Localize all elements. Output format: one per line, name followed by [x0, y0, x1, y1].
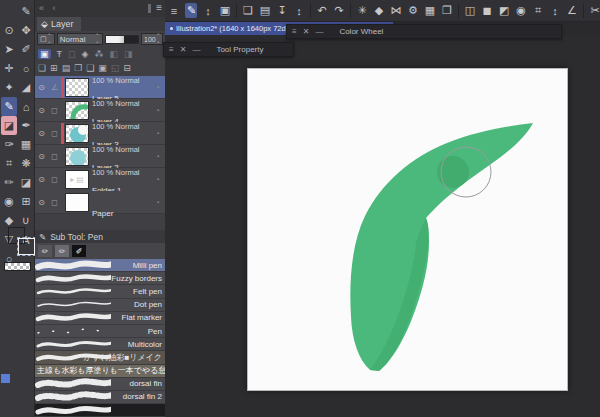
eyedropper-tool[interactable]: ◢ — [18, 78, 34, 97]
erase-selection-icon[interactable]: ◆ — [373, 4, 385, 17]
subtool-group-3-icon[interactable]: ✐ — [72, 245, 86, 257]
subtool-group-1-icon[interactable]: ✏ — [38, 245, 52, 257]
minimize-icon[interactable]: — — [192, 45, 200, 54]
save-spinner-icon[interactable]: ↕ — [293, 5, 305, 17]
layer-check-icon[interactable]: ◻ — [48, 198, 61, 207]
subtool-item[interactable]: Dot pen — [35, 299, 165, 312]
frame-tool[interactable]: ⌂ — [18, 97, 34, 116]
open-file-icon[interactable]: ▤ — [259, 4, 271, 17]
visibility-eye-icon[interactable]: ⊙ — [35, 83, 48, 92]
layer-check-icon[interactable]: ◻ — [48, 152, 61, 161]
snap-icon[interactable]: ▦ — [424, 4, 436, 17]
layer-check-icon[interactable]: ◻ — [48, 175, 61, 184]
workspace-chip-icon[interactable] — [1, 374, 10, 383]
zoom-tool[interactable]: ⊙ — [1, 21, 17, 40]
minimize-icon[interactable]: — — [315, 27, 323, 36]
mesh-tool[interactable]: ⌗ — [1, 154, 17, 173]
deselect-icon[interactable]: ✳ — [356, 4, 368, 17]
lock-layer-icon[interactable]: ◈ — [82, 49, 89, 59]
panel-scrollbar-handle[interactable] — [148, 4, 151, 13]
cut-icon[interactable]: ✂ — [589, 4, 600, 17]
blend-combine-chip[interactable]: ▢⌃⌄ — [37, 33, 55, 45]
opacity-value-stepper[interactable]: 100⌃⌄ — [141, 33, 163, 45]
subtool-item[interactable]: dorsal fin — [35, 378, 165, 391]
panel-menu-icon[interactable]: ≡ — [169, 45, 174, 54]
pencil-tool[interactable]: ✏ — [1, 173, 17, 192]
spacer[interactable] — [1, 2, 17, 21]
visibility-eye-icon[interactable]: ⊙ — [35, 106, 48, 115]
subtool-item[interactable]: Fuzzy borders — [35, 272, 165, 285]
pen-tool-icon[interactable]: ✎ — [185, 3, 197, 18]
panel-collapse-icon[interactable]: « ‹ — [39, 3, 59, 13]
close-icon[interactable]: ✕ — [303, 27, 310, 36]
toolbar-icon[interactable] — [310, 4, 311, 18]
blend-tool[interactable]: ◉ — [1, 192, 17, 211]
transparent-color-swatch[interactable] — [4, 262, 31, 271]
folder-expand-icon[interactable]: ▸ — [70, 175, 74, 184]
subtool-item[interactable]: Pen — [35, 325, 165, 338]
toolbar-icon[interactable] — [458, 4, 459, 18]
panel-menu-icon[interactable]: ≡ — [292, 27, 297, 36]
subtool-group-2-icon[interactable]: ✏ — [55, 245, 69, 257]
canvas[interactable] — [247, 68, 568, 391]
subtool-item[interactable] — [35, 404, 165, 417]
move-tool[interactable]: ✛ — [1, 59, 17, 78]
decoration-tool[interactable]: ◪ — [1, 116, 17, 135]
airbrush-tool[interactable]: ❋ — [18, 154, 34, 173]
subtool-item[interactable]: Felt pen — [35, 285, 165, 298]
layer-check-icon[interactable]: ◻ — [48, 129, 61, 138]
grid-tool[interactable]: ⊞ — [18, 192, 34, 211]
new-vector-layer-icon[interactable]: ⊞ — [50, 63, 58, 73]
pattern-tool[interactable]: ▦ — [18, 135, 34, 154]
material-icon[interactable]: ◉ — [515, 4, 527, 17]
settings-icon[interactable]: ⚙ — [407, 4, 419, 17]
blend-mode-dropdown[interactable]: Normal⌃⌄ — [57, 33, 103, 45]
clip-below-icon[interactable]: Ŧ — [57, 49, 63, 59]
ruler-layer-icon[interactable]: ◨ — [124, 49, 133, 59]
redo-icon[interactable]: ↷ — [333, 4, 345, 17]
Paper[interactable]: ⊙ ◻ ▸▤ Paper — [35, 191, 165, 214]
toolbar-icon[interactable] — [350, 4, 351, 18]
tab-layer[interactable]: ⬙ Layer — [37, 17, 81, 31]
toolbar-icon[interactable] — [236, 4, 237, 18]
invert-selection-icon[interactable]: ⋈ — [390, 4, 402, 17]
tool-spinner-icon[interactable]: ↕ — [202, 5, 214, 17]
layer-check-icon[interactable]: ◻ — [48, 106, 61, 115]
subtool-item[interactable]: Milli pen — [35, 259, 165, 272]
visibility-eye-icon[interactable]: ⊙ — [35, 129, 48, 138]
lasso-tool[interactable]: ○ — [18, 59, 34, 78]
toolbar-icon[interactable] — [583, 4, 584, 18]
transfer-down-icon[interactable]: ❐ — [74, 63, 82, 73]
lock-pixels-icon[interactable]: ⁂ — [94, 49, 103, 59]
secondary-color-swatch[interactable] — [18, 238, 35, 255]
operation-tool[interactable]: ➤ — [1, 40, 17, 59]
tool-property-panel-bar[interactable]: ≡ ✕ — Tool Property — [163, 42, 294, 57]
new-file-icon[interactable]: ❏ — [242, 4, 254, 17]
layer-thumbnail[interactable]: ▸▤ — [65, 78, 89, 97]
mask-icon[interactable]: ◧ — [109, 49, 118, 59]
save-icon[interactable]: ↧ — [276, 4, 288, 17]
visibility-eye-icon[interactable]: ⊙ — [35, 198, 48, 207]
new-raster-layer-icon[interactable]: ❏ — [38, 63, 46, 73]
auto-select-tool[interactable]: ✦ — [1, 78, 17, 97]
opacity-slider[interactable] — [105, 35, 139, 44]
panel-menu-icon[interactable]: ≡ — [156, 2, 162, 13]
new-folder-icon[interactable]: ▤ — [62, 63, 71, 73]
color-wheel-panel-bar[interactable]: ≡ ✕ — Color Wheel — [286, 24, 562, 39]
pages-icon[interactable]: ◫ — [464, 4, 476, 17]
object-launcher-icon[interactable]: ▣ — [219, 4, 231, 17]
contrast-icon[interactable]: ◩ — [498, 4, 510, 17]
subtool-header[interactable]: ✎ Sub Tool: Pen — [35, 230, 165, 243]
layer-check-icon[interactable]: ∠ — [48, 83, 61, 92]
pen2-tool[interactable]: ✒ — [18, 116, 34, 135]
marker-tool[interactable]: ✎ — [1, 97, 17, 116]
subtool-item[interactable]: Flat marker — [35, 312, 165, 325]
eraser-tool[interactable]: ◪ — [18, 173, 34, 192]
layer-thumbnail[interactable]: ▸▤ — [65, 170, 89, 189]
ruler-icon[interactable]: ∠ — [566, 4, 578, 17]
visibility-eye-icon[interactable]: ⊙ — [35, 152, 48, 161]
layer-thumbnail[interactable]: ▸▤ — [65, 193, 89, 212]
menu-icon[interactable]: ≡ — [168, 5, 180, 17]
correct-line-tool[interactable]: ✑ — [1, 135, 17, 154]
subtool-item[interactable]: Multicolor — [35, 338, 165, 351]
